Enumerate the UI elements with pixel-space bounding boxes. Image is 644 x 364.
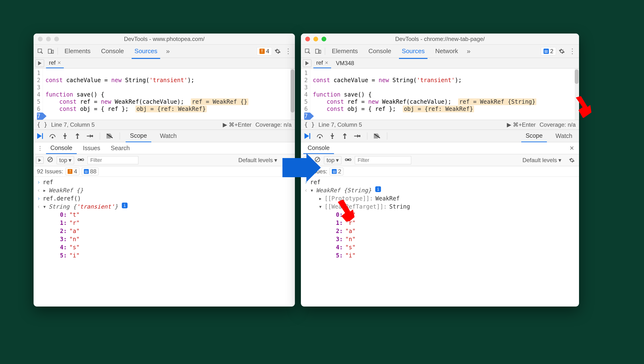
file-tab-ref[interactable]: ref × [46,58,64,68]
tab-elements[interactable]: Elements [327,45,362,57]
resume-icon[interactable] [36,132,44,140]
step-icon[interactable] [86,132,94,140]
tab-console[interactable]: Console [363,45,396,57]
live-expression-icon[interactable] [345,157,351,164]
property-row[interactable]: 3: "n" [37,235,292,243]
step-out-icon[interactable] [73,132,82,140]
run-hint[interactable]: ▶ ⌘+Enter [507,122,536,128]
console-value[interactable]: String {'transient'} [49,202,118,211]
drawer-tab-console[interactable]: Console [303,142,334,154]
code-editor[interactable]: 1234567 const cacheValue = new String('t… [34,68,295,120]
property-row[interactable]: 4: "s" [304,243,576,252]
live-expression-icon[interactable] [77,157,84,164]
tab-watch[interactable]: Watch [156,130,181,142]
property-row[interactable]: 2: "a" [37,227,292,235]
log-levels[interactable]: Default levels▾ [236,156,280,164]
property-row[interactable]: 5: "i" [37,252,292,260]
kebab-icon[interactable]: ⋮ [283,46,293,56]
weakref-target-value[interactable]: String [389,202,410,211]
property-row[interactable]: 5: "i" [304,252,576,260]
file-tab-ref[interactable]: ref × [313,58,331,68]
run-hint[interactable]: ▶ ⌘+Enter [223,122,252,128]
deactivate-breakpoints-icon[interactable] [373,132,381,140]
info-icon[interactable]: i [375,186,381,192]
minimize-icon[interactable] [313,37,318,42]
format-icon[interactable]: { } [304,122,315,128]
issues-warn-chip[interactable]: !4 [66,168,79,175]
close-tab-icon[interactable]: × [58,60,61,66]
drawer-menu-icon[interactable]: ⋮ [36,145,44,152]
prototype-value[interactable]: WeakRef [375,194,400,202]
close-icon[interactable] [305,37,310,42]
more-tabs-icon[interactable]: » [163,46,173,56]
inspect-icon[interactable] [303,46,312,56]
issues-summary[interactable]: 92 Issues: !4 ▤88 [34,166,295,177]
property-row[interactable]: 0: "t" [37,211,292,219]
tab-console[interactable]: Console [96,45,128,57]
close-tab-icon[interactable]: × [325,60,328,66]
console-value[interactable]: WeakRef {String} [316,186,371,194]
format-icon[interactable]: { } [37,122,47,128]
close-icon[interactable] [38,37,43,42]
step-into-icon[interactable] [328,132,336,140]
tab-elements[interactable]: Elements [60,45,95,57]
console-output[interactable]: ›ref ‹▸WeakRef {} ›ref.deref() ‹▾String … [34,177,295,306]
property-row[interactable]: 4: "s" [37,243,292,252]
property-row[interactable]: 3: "n" [304,235,576,243]
tab-watch[interactable]: Watch [551,130,577,142]
coverage-label[interactable]: Coverage: n/a [255,122,292,128]
log-levels[interactable]: Default levels▾ [520,156,564,164]
run-snippet-icon[interactable] [36,60,44,67]
context-selector[interactable]: top▾ [57,156,74,164]
deactivate-breakpoints-icon[interactable] [106,132,114,140]
filter-input[interactable] [88,156,138,164]
console-value[interactable]: WeakRef {} [49,186,83,194]
context-selector[interactable]: top▾ [324,156,341,164]
code-editor[interactable]: 1234567 const cacheValue = new String('t… [301,68,579,120]
filter-input[interactable] [355,156,411,164]
console-settings-icon[interactable] [567,156,577,165]
tab-network[interactable]: Network [430,45,463,57]
run-snippet-icon[interactable] [303,60,311,67]
close-drawer-icon[interactable]: ✕ [567,145,577,152]
kebab-icon[interactable]: ⋮ [567,46,577,56]
file-tab-vm[interactable]: VM348 [333,58,357,68]
inspect-icon[interactable] [36,46,45,56]
more-tabs-icon[interactable]: » [464,46,474,56]
step-over-icon[interactable] [316,132,324,140]
drawer-tab-console[interactable]: Console [46,142,77,154]
maximize-icon[interactable] [322,37,326,42]
console-output[interactable]: ›ref ‹▾WeakRef {String}i ▸[[Prototype]]:… [301,177,579,306]
code-body[interactable]: const cacheValue = new String('transient… [43,68,295,120]
drawer-tab-search[interactable]: Search [106,143,134,154]
resume-icon[interactable] [303,132,311,140]
clear-console-icon[interactable] [47,156,53,164]
info-badge[interactable]: ▤ 2 [541,47,556,55]
collapse-icon[interactable]: ▾ [310,186,313,194]
issues-info-chip[interactable]: ▤2 [330,168,343,175]
issues-info-chip[interactable]: ▤88 [82,168,99,175]
tab-sources[interactable]: Sources [130,45,162,57]
maximize-icon[interactable] [54,37,59,42]
sidebar-toggle-icon[interactable] [36,156,44,164]
step-out-icon[interactable] [341,132,349,140]
expand-icon[interactable]: ▸ [43,186,46,194]
tab-scope[interactable]: Scope [521,130,547,142]
step-icon[interactable] [353,132,361,140]
device-icon[interactable] [313,46,323,56]
code-body[interactable]: const cacheValue = new String('transient… [310,68,579,120]
step-into-icon[interactable] [61,132,69,140]
property-row[interactable]: 1: "r" [37,219,292,227]
issues-summary[interactable]: 2 Issues: ▤2 [301,166,579,177]
coverage-label[interactable]: Coverage: n/a [539,122,576,128]
drawer-tab-issues[interactable]: Issues [79,143,105,154]
expand-icon[interactable]: ▸ [319,194,322,202]
info-icon[interactable]: i [122,202,128,208]
step-over-icon[interactable] [49,132,57,140]
tab-sources[interactable]: Sources [397,45,430,57]
property-row[interactable]: 2: "a" [304,227,576,235]
gear-icon[interactable] [273,46,282,56]
tab-scope[interactable]: Scope [126,130,151,142]
collapse-icon[interactable]: ▾ [43,202,46,211]
device-icon[interactable] [46,46,56,56]
